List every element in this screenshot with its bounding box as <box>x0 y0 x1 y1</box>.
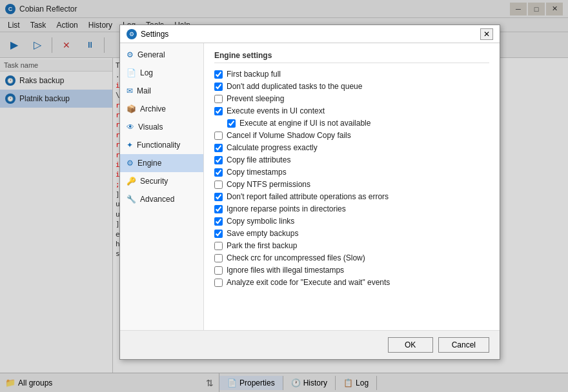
nav-item-security[interactable]: 🔑 Security <box>120 172 203 190</box>
nav-item-visuals[interactable]: 👁 Visuals <box>120 118 203 136</box>
checkbox-execute-events-ui: Execute events in UI context <box>214 106 489 115</box>
cb-copy-symbolic[interactable] <box>214 217 223 226</box>
nav-item-functionality[interactable]: ✦ Functionality <box>120 136 203 154</box>
checkbox-park-first: Park the first backup <box>214 241 489 250</box>
checkbox-prevent-sleeping: Prevent sleeping <box>214 94 489 103</box>
checkbox-no-report-attr: Don't report failed attribute operations… <box>214 192 489 201</box>
nav-item-engine[interactable]: ⚙ Engine <box>120 154 203 172</box>
checkbox-ignore-reparse: Ignore reparse points in directories <box>214 204 489 213</box>
cb-ignore-reparse[interactable] <box>214 205 223 213</box>
label-no-report-attr[interactable]: Don't report failed attribute operations… <box>227 192 389 201</box>
cb-calc-progress[interactable] <box>214 144 223 152</box>
cb-execute-events-ui[interactable] <box>214 107 223 115</box>
checkbox-copy-timestamps: Copy timestamps <box>214 168 489 177</box>
dialog-title: Settings <box>141 30 168 39</box>
dialog-titlebar: ⚙ Settings ✕ <box>120 25 500 43</box>
label-copy-ntfs[interactable]: Copy NTFS permissions <box>227 180 310 189</box>
settings-dialog: ⚙ Settings ✕ ⚙ General 📄 Log ✉ Mail <box>119 24 500 360</box>
visuals-icon: 👁 <box>127 122 134 132</box>
dialog-footer: OK Cancel <box>120 330 500 359</box>
checkbox-save-empty: Save empty backups <box>214 229 489 238</box>
nav-label-engine: Engine <box>137 159 161 168</box>
label-no-duplicated[interactable]: Don't add duplicated tasks to the queue <box>227 82 362 91</box>
label-first-backup-full[interactable]: First backup full <box>227 70 281 79</box>
checkbox-ignore-illegal: Ignore files with illegal timestamps <box>214 266 489 275</box>
section-title: Engine settings <box>214 51 489 63</box>
nav-label-advanced: Advanced <box>140 195 174 204</box>
nav-label-log: Log <box>140 68 153 77</box>
checkbox-cancel-shadow: Cancel if Volume Shadow Copy fails <box>214 131 489 140</box>
archive-icon: 📦 <box>127 104 136 113</box>
nav-item-advanced[interactable]: 🔧 Advanced <box>120 190 203 208</box>
modal-overlay: ⚙ Settings ✕ ⚙ General 📄 Log ✉ Mail <box>0 0 568 392</box>
label-execute-events-ui[interactable]: Execute events in UI context <box>227 106 325 115</box>
checkbox-copy-symbolic: Copy symbolic links <box>214 217 489 226</box>
dialog-close-button[interactable]: ✕ <box>480 28 493 40</box>
cb-no-duplicated[interactable] <box>214 83 223 91</box>
dialog-body: ⚙ General 📄 Log ✉ Mail 📦 Archive 👁 <box>120 43 500 330</box>
label-check-crc[interactable]: Check crc for uncompressed files (Slow) <box>227 253 365 262</box>
label-copy-file-attrs[interactable]: Copy file attributes <box>227 155 290 164</box>
label-cancel-shadow[interactable]: Cancel if Volume Shadow Copy fails <box>227 131 351 140</box>
label-copy-timestamps[interactable]: Copy timestamps <box>227 168 287 177</box>
label-copy-symbolic[interactable]: Copy symbolic links <box>227 217 294 226</box>
nav-label-mail: Mail <box>137 86 151 95</box>
cb-check-crc[interactable] <box>214 254 223 262</box>
cb-execute-engine[interactable] <box>227 119 236 128</box>
general-icon: ⚙ <box>127 50 134 59</box>
settings-nav: ⚙ General 📄 Log ✉ Mail 📦 Archive 👁 <box>120 43 204 330</box>
cb-no-report-attr[interactable] <box>214 193 223 201</box>
cb-analyze-exit[interactable] <box>214 279 223 287</box>
advanced-icon: 🔧 <box>127 195 136 204</box>
checkbox-check-crc: Check crc for uncompressed files (Slow) <box>214 253 489 262</box>
checkbox-copy-file-attrs: Copy file attributes <box>214 155 489 164</box>
checkbox-analyze-exit: Analyze exit code for "Execute and wait"… <box>214 278 489 287</box>
cb-ignore-illegal[interactable] <box>214 266 223 275</box>
cb-first-backup-full[interactable] <box>214 70 223 79</box>
cancel-button[interactable]: Cancel <box>438 337 489 353</box>
cb-copy-timestamps[interactable] <box>214 168 223 177</box>
label-calc-progress[interactable]: Calculate progress exactly <box>227 143 318 152</box>
nav-item-mail[interactable]: ✉ Mail <box>120 82 203 100</box>
settings-content: Engine settings First backup full Don't … <box>204 43 500 330</box>
dialog-title-left: ⚙ Settings <box>127 29 168 39</box>
label-save-empty[interactable]: Save empty backups <box>227 229 298 238</box>
mail-icon: ✉ <box>127 86 133 95</box>
log-nav-icon: 📄 <box>127 68 136 77</box>
ok-button[interactable]: OK <box>388 337 433 353</box>
cb-park-first[interactable] <box>214 242 223 250</box>
dialog-app-icon: ⚙ <box>127 29 137 39</box>
checkbox-calc-progress: Calculate progress exactly <box>214 143 489 152</box>
functionality-icon: ✦ <box>127 141 133 150</box>
label-execute-engine[interactable]: Execute at engine if UI is not available <box>239 119 370 128</box>
nav-item-log[interactable]: 📄 Log <box>120 64 203 82</box>
label-ignore-reparse[interactable]: Ignore reparse points in directories <box>227 204 346 213</box>
cb-cancel-shadow[interactable] <box>214 132 223 140</box>
nav-item-general[interactable]: ⚙ General <box>120 46 203 64</box>
security-icon: 🔑 <box>127 177 136 186</box>
label-park-first[interactable]: Park the first backup <box>227 241 297 250</box>
checkbox-copy-ntfs: Copy NTFS permissions <box>214 180 489 189</box>
cb-copy-ntfs[interactable] <box>214 181 223 189</box>
nav-label-security: Security <box>140 177 168 186</box>
nav-label-archive: Archive <box>140 104 166 113</box>
cb-copy-file-attrs[interactable] <box>214 156 223 164</box>
nav-label-visuals: Visuals <box>138 122 163 132</box>
cb-prevent-sleeping[interactable] <box>214 95 223 103</box>
nav-label-functionality: Functionality <box>137 141 180 150</box>
checkbox-first-backup-full: First backup full <box>214 70 489 79</box>
label-prevent-sleeping[interactable]: Prevent sleeping <box>227 94 284 103</box>
cb-save-empty[interactable] <box>214 230 223 238</box>
engine-icon: ⚙ <box>127 159 134 168</box>
nav-label-general: General <box>137 50 165 59</box>
label-analyze-exit[interactable]: Analyze exit code for "Execute and wait"… <box>227 278 390 287</box>
checkbox-no-duplicated: Don't add duplicated tasks to the queue <box>214 82 489 91</box>
checkbox-execute-engine: Execute at engine if UI is not available <box>227 119 489 128</box>
label-ignore-illegal[interactable]: Ignore files with illegal timestamps <box>227 266 344 275</box>
nav-item-archive[interactable]: 📦 Archive <box>120 100 203 118</box>
